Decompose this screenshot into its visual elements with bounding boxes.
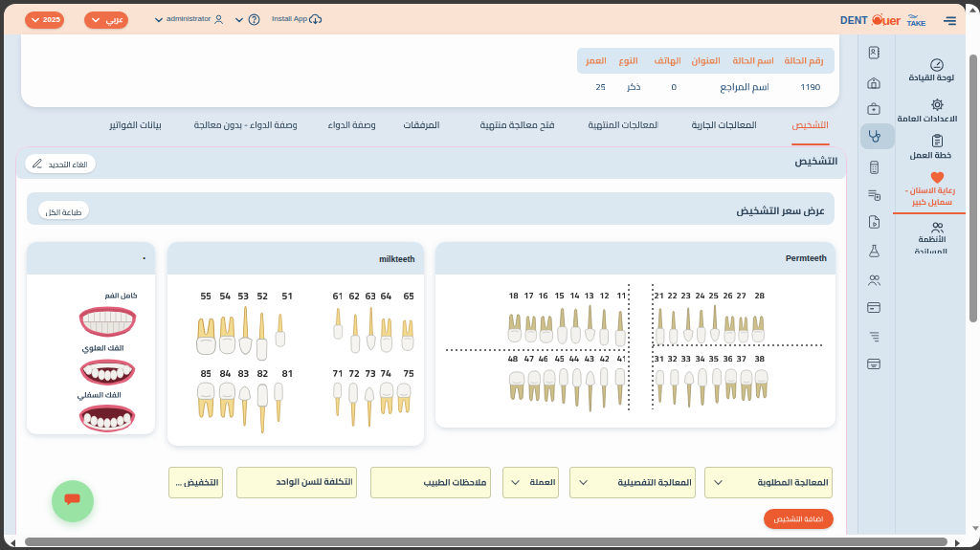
svg-text:uer: uer <box>882 13 902 28</box>
svg-text:TAKE: TAKE <box>907 19 926 28</box>
